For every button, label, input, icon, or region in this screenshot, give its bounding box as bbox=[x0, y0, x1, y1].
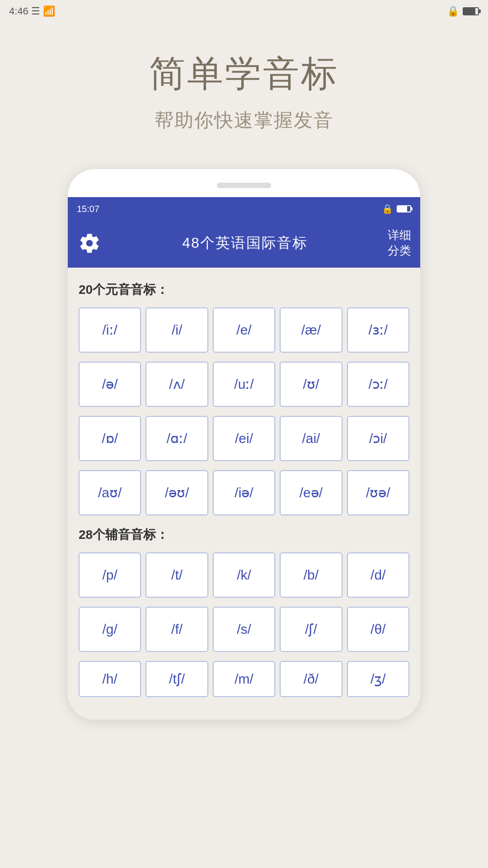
phonetic-cell-ii[interactable]: /iː/ bbox=[79, 307, 141, 353]
consonant-row-3: /h/ /tʃ/ /m/ /ð/ /ʒ/ bbox=[79, 661, 409, 697]
phonetic-cell-k[interactable]: /k/ bbox=[213, 552, 275, 598]
phonetic-cell-upsilon[interactable]: /ʊ/ bbox=[280, 362, 342, 407]
phonetic-cell-i[interactable]: /i/ bbox=[145, 307, 208, 353]
title-section: 简单学音标 帮助你快速掌握发音 bbox=[149, 50, 339, 133]
vowel-row-2: /ə/ /ʌ/ /uː/ /ʊ/ /ɔː/ bbox=[79, 362, 409, 407]
app-header: 48个英语国际音标 详细 分类 bbox=[68, 221, 420, 268]
vowel-row-3: /ɒ/ /ɑː/ /ei/ /ai/ /ɔi/ bbox=[79, 416, 409, 461]
app-lock-icon: 🔒 bbox=[382, 203, 393, 214]
phonetic-cell-d[interactable]: /d/ bbox=[347, 552, 409, 598]
app-content: 20个元音音标： /iː/ /i/ /e/ /æ/ /ɜː/ /ə/ /ʌ/ /… bbox=[68, 268, 420, 720]
phonetic-cell-oi[interactable]: /ɔi/ bbox=[347, 416, 409, 461]
phonetic-cell-ai[interactable]: /ai/ bbox=[280, 416, 342, 461]
app-header-title: 48个英语国际音标 bbox=[182, 233, 308, 253]
phonetic-cell-s[interactable]: /s/ bbox=[213, 607, 275, 652]
phonetic-cell-au[interactable]: /aʊ/ bbox=[79, 470, 141, 515]
vowel-row-4: /aʊ/ /əʊ/ /iə/ /eə/ /ʊə/ bbox=[79, 470, 409, 515]
phonetic-cell-th[interactable]: /θ/ bbox=[347, 607, 409, 652]
consonant-row-2: /g/ /f/ /s/ /ʃ/ /θ/ bbox=[79, 607, 409, 652]
phonetic-cell-schwa[interactable]: /ə/ bbox=[79, 362, 141, 407]
consonant-section-label: 28个辅音音标： bbox=[79, 526, 409, 543]
phonetic-cell-wedge[interactable]: /ʌ/ bbox=[145, 362, 208, 407]
phonetic-cell-uu[interactable]: /uː/ bbox=[213, 362, 275, 407]
phonetic-cell-b[interactable]: /b/ bbox=[280, 552, 342, 598]
phonetic-cell-h[interactable]: /h/ bbox=[79, 661, 141, 697]
phonetic-cell-f[interactable]: /f/ bbox=[145, 607, 208, 652]
app-status-right: 🔒 bbox=[382, 203, 411, 214]
outer-status-right: 🔒 bbox=[447, 5, 479, 17]
phonetic-cell-ea[interactable]: /eə/ bbox=[280, 470, 342, 515]
phone-speaker bbox=[217, 183, 271, 188]
app-status-time: 15:07 bbox=[77, 204, 99, 214]
phonetic-cell-m[interactable]: /m/ bbox=[213, 661, 275, 697]
phonetic-cell-sh[interactable]: /ʃ/ bbox=[280, 607, 342, 652]
vowel-row-1: /iː/ /i/ /e/ /æ/ /ɜː/ bbox=[79, 307, 409, 353]
phonetic-cell-ia[interactable]: /iə/ bbox=[213, 470, 275, 515]
phonetic-cell-ua[interactable]: /ʊə/ bbox=[347, 470, 409, 515]
app-frame: 15:07 🔒 48个英语国际音标 详细 分类 20个元音音标 bbox=[68, 197, 420, 720]
phonetic-cell-ar[interactable]: /ɑː/ bbox=[145, 416, 208, 461]
app-battery-icon bbox=[397, 205, 411, 212]
outer-status-bar: 4:46 ☰ 📶 🔒 bbox=[0, 0, 488, 23]
phonetic-cell-e[interactable]: /e/ bbox=[213, 307, 275, 353]
phonetic-cell-ou[interactable]: /əʊ/ bbox=[145, 470, 208, 515]
phonetic-cell-or[interactable]: /ɔː/ bbox=[347, 362, 409, 407]
phonetic-cell-t[interactable]: /t/ bbox=[145, 552, 208, 598]
outer-battery-icon bbox=[463, 7, 479, 15]
phonetic-cell-zh[interactable]: /ʒ/ bbox=[347, 661, 409, 697]
vowel-section-label: 20个元音音标： bbox=[79, 281, 409, 298]
settings-button[interactable] bbox=[77, 231, 102, 256]
phonetic-cell-ei[interactable]: /ei/ bbox=[213, 416, 275, 461]
sub-title: 帮助你快速掌握发音 bbox=[149, 108, 339, 133]
phonetic-cell-er[interactable]: /ɜː/ bbox=[347, 307, 409, 353]
phonetic-cell-o[interactable]: /ɒ/ bbox=[79, 416, 141, 461]
outer-status-time: 4:46 ☰ 📶 bbox=[9, 5, 55, 17]
phonetic-cell-g[interactable]: /g/ bbox=[79, 607, 141, 652]
phonetic-cell-p[interactable]: /p/ bbox=[79, 552, 141, 598]
phonetic-cell-ae[interactable]: /æ/ bbox=[280, 307, 342, 353]
phonetic-cell-dh[interactable]: /ð/ bbox=[280, 661, 342, 697]
consonant-row-1: /p/ /t/ /k/ /b/ /d/ bbox=[79, 552, 409, 598]
phone-mockup: 15:07 🔒 48个英语国际音标 详细 分类 20个元音音标 bbox=[68, 169, 420, 720]
main-title: 简单学音标 bbox=[149, 50, 339, 99]
detail-classify-button[interactable]: 详细 分类 bbox=[388, 228, 411, 259]
phonetic-cell-tsh[interactable]: /tʃ/ bbox=[145, 661, 208, 697]
app-status-bar: 15:07 🔒 bbox=[68, 197, 420, 221]
